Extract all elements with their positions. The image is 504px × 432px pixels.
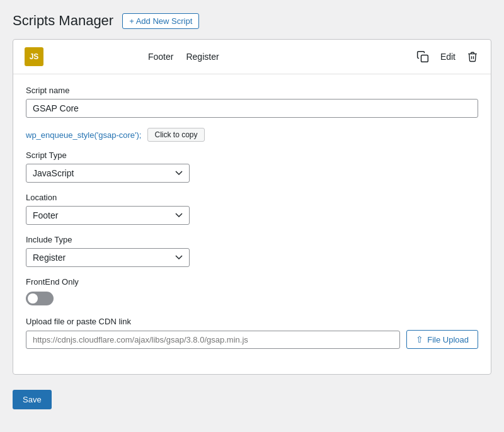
file-upload-label: File Upload xyxy=(427,335,469,344)
card-header: JS Footer Register Edit xyxy=(13,40,491,74)
page-header: Scripts Manager + Add New Script xyxy=(13,13,491,29)
script-name-input[interactable] xyxy=(26,99,478,118)
edit-button[interactable]: Edit xyxy=(440,52,455,62)
upload-row: ⇧ File Upload xyxy=(26,330,478,349)
script-type-label: Script Type xyxy=(26,151,478,160)
register-tag: Register xyxy=(186,52,219,62)
frontend-only-group: FrontEnd Only xyxy=(26,277,478,305)
frontend-only-toggle[interactable] xyxy=(26,292,54,305)
upload-group: Upload file or paste CDN link ⇧ File Upl… xyxy=(26,317,478,349)
file-upload-button[interactable]: ⇧ File Upload xyxy=(406,330,478,349)
svg-rect-0 xyxy=(421,55,428,62)
include-type-group: Include Type Register Enqueue Inline xyxy=(26,235,478,267)
upload-icon: ⇧ xyxy=(416,334,423,344)
cdn-link-input[interactable] xyxy=(26,331,400,349)
copy-icon xyxy=(416,50,429,63)
code-snippet-link[interactable]: wp_enqueue_style('gsap-core'); xyxy=(26,130,141,140)
upload-label: Upload file or paste CDN link xyxy=(26,317,478,326)
delete-button[interactable] xyxy=(466,50,479,64)
card-header-tags: Footer Register xyxy=(148,52,405,62)
script-name-group: Script name xyxy=(26,86,478,118)
code-row: wp_enqueue_style('gsap-core'); Click to … xyxy=(26,128,478,142)
page-footer: Save xyxy=(13,390,491,409)
add-new-script-button[interactable]: + Add New Script xyxy=(122,13,199,29)
trash-icon xyxy=(467,51,478,62)
script-card: JS Footer Register Edit xyxy=(13,39,491,375)
location-label: Location xyxy=(26,193,478,202)
frontend-only-label: FrontEnd Only xyxy=(26,277,478,287)
save-button[interactable]: Save xyxy=(13,390,52,409)
script-type-group: Script Type JavaScript CSS HTML xyxy=(26,151,478,183)
page-title: Scripts Manager xyxy=(13,13,113,29)
script-name-label: Script name xyxy=(26,86,478,95)
location-group: Location Footer Header Body xyxy=(26,193,478,225)
copy-icon-button[interactable] xyxy=(415,49,430,64)
js-badge: JS xyxy=(25,47,43,66)
click-to-copy-button[interactable]: Click to copy xyxy=(147,128,204,142)
card-body: Script name wp_enqueue_style('gsap-core'… xyxy=(13,74,491,374)
location-select[interactable]: Footer Header Body xyxy=(26,206,190,225)
script-type-select[interactable]: JavaScript CSS HTML xyxy=(26,164,190,183)
toggle-slider xyxy=(26,292,54,305)
footer-tag: Footer xyxy=(148,52,173,62)
include-type-label: Include Type xyxy=(26,235,478,244)
include-type-select[interactable]: Register Enqueue Inline xyxy=(26,248,190,267)
card-header-actions: Edit xyxy=(415,49,479,64)
